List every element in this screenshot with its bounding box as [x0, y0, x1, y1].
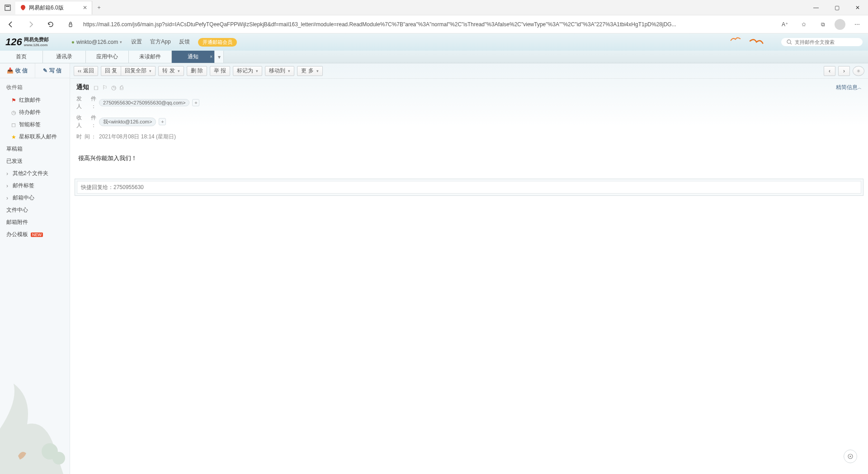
- sidebar-center[interactable]: ›邮箱中心: [0, 192, 70, 204]
- svg-rect-2: [69, 24, 72, 27]
- window-close-button[interactable]: ✕: [847, 0, 868, 15]
- bookmark-icon[interactable]: ◻: [94, 84, 99, 91]
- window-maximize-button[interactable]: ▢: [826, 0, 847, 15]
- flag-icon[interactable]: ⚐: [102, 84, 108, 91]
- sidebar-smart[interactable]: ◻智能标签: [0, 118, 70, 131]
- time-label: 时 间：: [76, 133, 96, 141]
- sidebar-draft[interactable]: 草稿箱: [0, 143, 70, 155]
- logo[interactable]: 126 网易免费邮www.126.com: [5, 36, 49, 48]
- move-button[interactable]: 移动到: [265, 66, 294, 76]
- tab-notice[interactable]: 通知 ×: [172, 51, 215, 63]
- site-info-icon[interactable]: [63, 17, 78, 32]
- add-sender-button[interactable]: +: [192, 99, 199, 106]
- nav-refresh-button[interactable]: [43, 17, 58, 32]
- new-badge: NEW: [31, 232, 43, 237]
- tab-home[interactable]: 首页: [0, 51, 43, 63]
- summary-toggle[interactable]: 精简信息︿: [836, 84, 862, 91]
- clock-icon[interactable]: ◷: [111, 84, 116, 91]
- mail-body: 很高兴你能加入我们！: [76, 141, 862, 171]
- reply-all-button[interactable]: 回复全部: [121, 66, 156, 76]
- chevron-down-icon: ▾: [120, 40, 122, 44]
- add-recipient-button[interactable]: +: [159, 118, 166, 125]
- tab-add-button[interactable]: ▾: [215, 51, 224, 63]
- more-button[interactable]: 更 多: [297, 66, 322, 76]
- bookmark-icon: ◻: [11, 122, 16, 128]
- tab-unread[interactable]: 未读邮件: [129, 51, 172, 63]
- back-button[interactable]: ‹‹返回: [74, 66, 98, 76]
- browser-menu-icon[interactable]: ⋯: [850, 17, 864, 32]
- link-feedback[interactable]: 反馈: [179, 38, 190, 47]
- sidebar-inbox[interactable]: 收件箱: [0, 81, 70, 94]
- svg-point-3: [787, 40, 791, 43]
- next-mail-button[interactable]: ›: [838, 66, 850, 76]
- compose-button[interactable]: ✎ 写 信: [35, 63, 70, 78]
- link-settings[interactable]: 设置: [131, 38, 142, 47]
- tab-apps[interactable]: 应用中心: [86, 51, 129, 63]
- settings-gear-button[interactable]: [853, 66, 864, 76]
- bird-decoration-icon: [748, 36, 765, 49]
- sidebar-office[interactable]: 办公模板 NEW: [0, 228, 70, 241]
- chevron-up-icon: ︿: [858, 85, 862, 90]
- window-controls: ― ▢ ✕: [806, 0, 868, 15]
- favorite-icon[interactable]: ✩: [797, 17, 811, 32]
- mark-button[interactable]: 标记为: [233, 66, 262, 76]
- sender-chip[interactable]: 2750955630<2750955630@qq.com>: [99, 99, 189, 106]
- browser-tab-active[interactable]: 网易邮箱6.0版 ✕: [15, 1, 92, 14]
- tab-overview-icon[interactable]: [0, 0, 15, 15]
- mail-toolbar: ‹‹返回 回 复 回复全部 转 发 删 除 举 报 标记为 移动到 更 多 ‹ …: [70, 63, 868, 79]
- profile-avatar[interactable]: [835, 19, 845, 30]
- collections-icon[interactable]: ⧉: [816, 17, 830, 32]
- tab-close-icon[interactable]: ×: [210, 54, 212, 59]
- bird-decoration-icon: [729, 35, 742, 45]
- sidebar-flag[interactable]: ⚑红旗邮件: [0, 94, 70, 106]
- svg-rect-1: [6, 6, 9, 7]
- read-aloud-icon[interactable]: A⁺: [778, 17, 792, 32]
- svg-line-4: [790, 43, 792, 44]
- logo-number: 126: [5, 36, 22, 48]
- scroll-target-button[interactable]: [844, 450, 857, 463]
- recipient-chip[interactable]: 我<winkto@126.com>: [99, 118, 156, 126]
- sidebar-tags[interactable]: ›邮件标签: [0, 180, 70, 192]
- print-icon[interactable]: ⎙: [120, 84, 123, 91]
- spam-button[interactable]: 举 报: [210, 66, 230, 76]
- browser-nav-bar: https://mail.126.com/js6/main.jsp?sid=IA…: [0, 15, 868, 33]
- tab-contacts[interactable]: 通讯录: [43, 51, 86, 63]
- receive-button[interactable]: 📥 收 信: [0, 63, 35, 78]
- search-input[interactable]: [795, 39, 857, 45]
- prev-mail-button[interactable]: ‹: [824, 66, 835, 76]
- reply-button[interactable]: 回 复: [101, 66, 121, 76]
- quick-reply-input[interactable]: [77, 181, 861, 194]
- back-icon: ‹‹: [78, 68, 81, 74]
- flag-icon: ⚑: [11, 97, 16, 104]
- header-links: 设置 官方App 反馈 开通邮箱会员: [131, 38, 236, 47]
- favicon-icon: [20, 5, 26, 11]
- sidebar-other[interactable]: ›其他2个文件夹: [0, 167, 70, 180]
- tab-close-icon[interactable]: ✕: [83, 5, 87, 11]
- sidebar-files[interactable]: 文件中心: [0, 204, 70, 216]
- vip-button[interactable]: 开通邮箱会员: [198, 38, 237, 47]
- account-dropdown[interactable]: ● winkto@126.com ▾: [71, 39, 122, 45]
- sidebar-attach[interactable]: 邮箱附件: [0, 216, 70, 228]
- new-tab-button[interactable]: ＋: [92, 1, 106, 14]
- content: 📥 收 信 ✎ 写 信 收件箱 ⚑红旗邮件 ◷待办邮件 ◻智能标签 ★星标联系人…: [0, 63, 868, 474]
- sidebar-sent[interactable]: 已发送: [0, 155, 70, 167]
- nav-back-button[interactable]: [4, 17, 18, 32]
- sidebar-star[interactable]: ★星标联系人邮件: [0, 131, 70, 143]
- address-bar[interactable]: https://mail.126.com/js6/main.jsp?sid=IA…: [83, 21, 772, 28]
- sidebar-todo[interactable]: ◷待办邮件: [0, 106, 70, 118]
- forward-button[interactable]: 转 发: [158, 66, 184, 76]
- delete-button[interactable]: 删 除: [187, 66, 207, 76]
- compose-icon: ✎: [43, 67, 47, 74]
- quick-reply-box: [75, 179, 863, 196]
- svg-point-5: [858, 70, 859, 71]
- search-box[interactable]: [781, 38, 863, 46]
- window-minimize-button[interactable]: ―: [806, 0, 826, 15]
- nav-forward-button[interactable]: [24, 17, 38, 32]
- chevron-right-icon: ›: [6, 183, 8, 189]
- main-tabs: 首页 通讯录 应用中心 未读邮件 通知 × ▾: [0, 51, 868, 63]
- target-icon: [847, 453, 854, 460]
- link-official-app[interactable]: 官方App: [150, 38, 170, 47]
- browser-tab-bar: 网易邮箱6.0版 ✕ ＋ ― ▢ ✕: [0, 0, 868, 15]
- recipient-label: 收件人：: [76, 114, 96, 129]
- logo-text: 网易免费邮www.126.com: [24, 37, 49, 47]
